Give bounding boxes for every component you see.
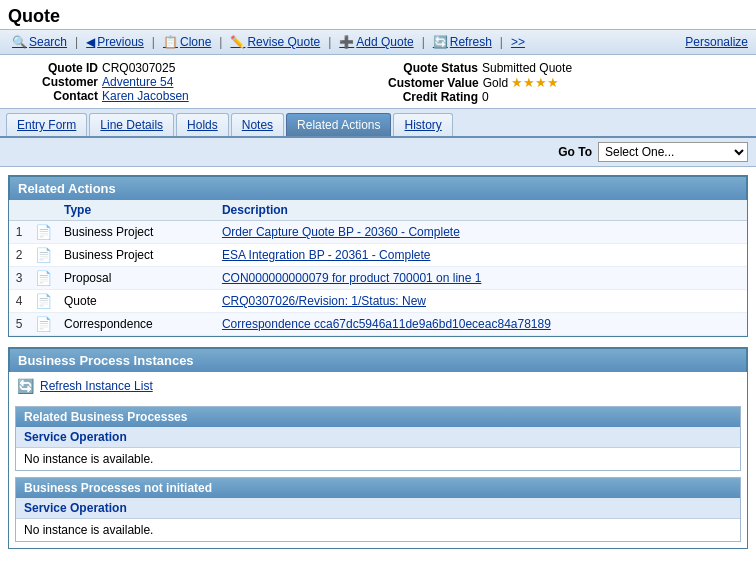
quote-id-row: Quote ID CRQ0307025 [8,61,368,75]
table-row: 4 📄 Quote CRQ0307026/Revision: 1/Status:… [9,290,747,313]
row-number: 5 [9,313,29,336]
previous-button[interactable]: ◀ Previous [82,35,148,49]
clone-button[interactable]: 📋 Clone [159,35,215,49]
row-description: Order Capture Quote BP - 20360 - Complet… [216,221,747,244]
tab-history[interactable]: History [393,113,452,136]
search-icon: 🔍 [12,35,27,49]
more-button[interactable]: >> [507,35,529,49]
document-icon: 📄 [35,270,52,286]
row-icon-cell: 📄 [29,290,58,313]
table-row: 1 📄 Business Project Order Capture Quote… [9,221,747,244]
row-number: 1 [9,221,29,244]
row-type: Quote [58,290,216,313]
row-type: Correspondence [58,313,216,336]
related-actions-header: Related Actions [9,176,747,200]
tab-related-actions[interactable]: Related Actions [286,113,391,136]
tabs-container: Entry Form Line Details Holds Notes Rela… [0,108,756,138]
related-actions-container: Related Actions Type Description 1 📄 Bus… [8,175,748,337]
col-num [9,200,29,221]
customer-link[interactable]: Adventure 54 [102,75,173,89]
table-row: 3 📄 Proposal CON000000000079 for product… [9,267,747,290]
revise-quote-button[interactable]: ✏️ Revise Quote [226,35,324,49]
row-number: 3 [9,267,29,290]
col-type: Type [58,200,216,221]
table-header-row: Type Description [9,200,747,221]
col-description: Description [216,200,747,221]
main-content: Related Actions Type Description 1 📄 Bus… [0,167,756,567]
row-number: 4 [9,290,29,313]
add-icon: ➕ [339,35,354,49]
not-initiated-body: No instance is available. [16,519,740,541]
row-type: Business Project [58,244,216,267]
related-bp-col-header: Service Operation [16,427,740,448]
goto-label: Go To [558,145,592,159]
search-button[interactable]: 🔍 Search [8,35,71,49]
quote-status-row: Quote Status Submitted Quote [388,61,748,75]
row-icon-cell: 📄 [29,244,58,267]
row-icon-cell: 📄 [29,221,58,244]
table-row: 2 📄 Business Project ESA Integration BP … [9,244,747,267]
document-icon: 📄 [35,247,52,263]
refresh-circle-icon: 🔄 [17,378,34,394]
col-icon [29,200,58,221]
refresh-button[interactable]: 🔄 Refresh [429,35,496,49]
tab-notes[interactable]: Notes [231,113,284,136]
add-quote-button[interactable]: ➕ Add Quote [335,35,417,49]
bp-refresh-row: 🔄 Refresh Instance List [9,372,747,400]
refresh-instance-link[interactable]: Refresh Instance List [40,379,153,393]
row-description: CON000000000079 for product 700001 on li… [216,267,747,290]
previous-icon: ◀ [86,35,95,49]
bp-section-header: Business Process Instances [9,348,747,372]
row-description: ESA Integration BP - 20361 - Complete [216,244,747,267]
document-icon: 📄 [35,224,52,240]
tab-line-details[interactable]: Line Details [89,113,174,136]
document-icon: 📄 [35,316,52,332]
revise-icon: ✏️ [230,35,245,49]
tab-entry-form[interactable]: Entry Form [6,113,87,136]
stars-icon: ★★★★ [511,75,559,90]
row-type: Business Project [58,221,216,244]
table-row: 5 📄 Correspondence Correspondence cca67d… [9,313,747,336]
not-initiated-header: Business Processes not initiated [16,478,740,498]
page-title: Quote [0,0,756,29]
goto-select[interactable]: Select One... [598,142,748,162]
business-process-container: Business Process Instances 🔄 Refresh Ins… [8,347,748,549]
row-number: 2 [9,244,29,267]
related-bp-header: Related Business Processes [16,407,740,427]
personalize-link[interactable]: Personalize [685,35,748,49]
document-icon: 📄 [35,293,52,309]
customer-row: Customer Adventure 54 [8,75,368,89]
row-description: CRQ0307026/Revision: 1/Status: New [216,290,747,313]
contact-link[interactable]: Karen Jacobsen [102,89,189,103]
clone-icon: 📋 [163,35,178,49]
not-initiated-col-header: Service Operation [16,498,740,519]
row-description: Correspondence cca67dc5946a11de9a6bd10ec… [216,313,747,336]
related-bp-section: Related Business Processes Service Opera… [15,406,741,471]
refresh-icon: 🔄 [433,35,448,49]
not-initiated-section: Business Processes not initiated Service… [15,477,741,542]
quote-info: Quote ID CRQ0307025 Customer Adventure 5… [0,55,756,108]
row-icon-cell: 📄 [29,267,58,290]
goto-row: Go To Select One... [0,138,756,167]
credit-rating-row: Credit Rating 0 [388,90,748,104]
contact-row: Contact Karen Jacobsen [8,89,368,103]
related-bp-body: No instance is available. [16,448,740,470]
row-type: Proposal [58,267,216,290]
related-actions-table: Type Description 1 📄 Business Project Or… [9,200,747,336]
row-icon-cell: 📄 [29,313,58,336]
customer-value-row: Customer Value Gold ★★★★ [388,75,748,90]
toolbar: 🔍 Search | ◀ Previous | 📋 Clone | ✏️ Rev… [0,29,756,55]
tab-holds[interactable]: Holds [176,113,229,136]
